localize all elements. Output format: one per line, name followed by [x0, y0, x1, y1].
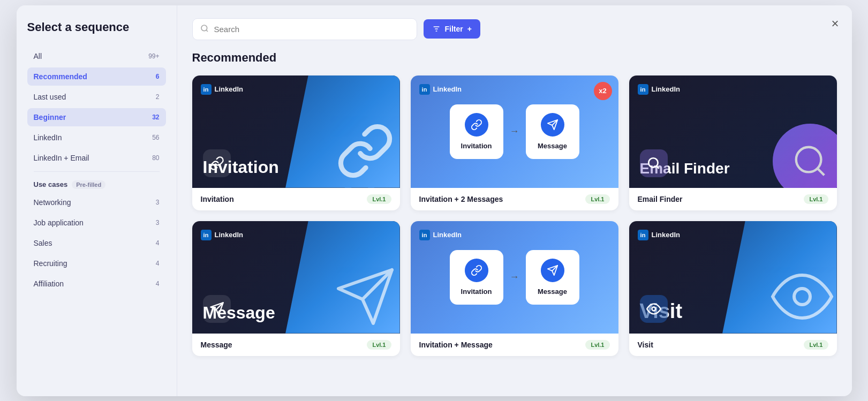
card-email-finder[interactable]: in LinkedIn Email Finder	[629, 75, 837, 210]
link-icon-2	[471, 264, 482, 276]
sidebar-item-all[interactable]: All 99+	[27, 47, 166, 65]
card-msg-linkedin: in LinkedIn	[201, 230, 243, 240]
sidebar-item-networking[interactable]: Networking 3	[27, 193, 166, 211]
card-invitation-2-messages[interactable]: in LinkedIn x2 I	[411, 75, 618, 210]
two-step-content: Invitation → Message	[450, 104, 579, 159]
card-ef-footer: Email Finder Lvl.1	[629, 188, 837, 210]
prefilled-badge: Pre-filled	[72, 180, 105, 189]
card-invitation-image: in LinkedIn Invitation	[192, 75, 400, 188]
card-msg-level: Lvl.1	[367, 340, 391, 350]
eye-big-icon	[770, 264, 834, 331]
modal-title: Select a sequence	[27, 20, 166, 34]
card-invmsg-level: Lvl.1	[585, 340, 609, 350]
card-visit-name: Visit	[638, 341, 653, 349]
search-icon	[200, 24, 209, 34]
eye-small-icon	[640, 295, 668, 323]
search-small-svg	[647, 156, 661, 170]
card-message-image: in LinkedIn Message	[192, 221, 400, 334]
linkedin-icon-5: in	[419, 230, 430, 240]
card-ef-name: Email Finder	[638, 195, 683, 203]
svg-point-7	[796, 147, 821, 172]
card-inv2msg-name: Invitation + 2 Messages	[419, 195, 503, 203]
card-msg-footer: Message Lvl.1	[192, 334, 400, 356]
sidebar-item-beginner[interactable]: Beginner 32	[27, 108, 166, 126]
filter-button[interactable]: Filter +	[424, 19, 480, 39]
search-small-icon	[640, 149, 668, 177]
card-inv2msg-footer: Invitation + 2 Messages Lvl.1	[411, 188, 618, 210]
card-invmsg-linkedin: in LinkedIn	[419, 230, 462, 240]
linkedin-icon-2: in	[419, 84, 430, 95]
svg-line-6	[656, 166, 659, 169]
sidebar-item-recruiting[interactable]: Recruiting 4	[27, 254, 166, 273]
step-box-invitation: Invitation	[450, 104, 503, 159]
search-big-svg	[791, 142, 829, 180]
search-input[interactable]	[214, 25, 409, 34]
card-visit-level: Lvl.1	[804, 340, 828, 350]
card-ef-linkedin: in LinkedIn	[638, 84, 680, 95]
chain-svg	[209, 156, 224, 171]
sidebar-item-job-application[interactable]: Job application 3	[27, 214, 166, 232]
step-box-msg-2: Message	[526, 250, 579, 305]
card-message[interactable]: in LinkedIn Message	[192, 221, 400, 356]
link-icon	[471, 119, 482, 131]
sidebar-item-recommended[interactable]: Recommended 6	[27, 67, 166, 86]
svg-point-10	[794, 289, 810, 305]
linkedin-icon-6: in	[638, 230, 648, 240]
card-invitation-message[interactable]: in LinkedIn Invitation	[411, 221, 618, 356]
linkedin-icon-4: in	[201, 230, 212, 240]
linkedin-icon-3: in	[638, 84, 648, 95]
chain-icon-small	[203, 149, 231, 177]
top-bar: Filter +	[192, 18, 837, 40]
message-icon-2	[547, 264, 558, 276]
step-msg-icon-2	[541, 259, 564, 282]
card-invitation[interactable]: in LinkedIn Invitation	[192, 75, 400, 210]
card-visit-linkedin: in LinkedIn	[638, 230, 680, 240]
card-visit[interactable]: in LinkedIn Visit	[629, 221, 837, 356]
message-small-icon	[203, 295, 231, 323]
sidebar-item-linkedin-email[interactable]: LinkedIn + Email 80	[27, 149, 166, 167]
arrow-between-2: →	[510, 271, 519, 283]
plane-big-svg	[333, 264, 397, 329]
card-invitation-footer: Invitation Lvl.1	[192, 188, 400, 210]
search-container	[192, 18, 417, 40]
svg-line-1	[206, 30, 208, 32]
message-big-plane	[333, 264, 397, 331]
svg-line-8	[817, 168, 824, 175]
card-ef-level: Lvl.1	[804, 194, 828, 204]
select-sequence-modal: × Select a sequence All 99+ Recommended …	[17, 5, 852, 396]
svg-point-0	[201, 25, 207, 31]
sidebar-divider	[34, 171, 160, 172]
card-invitation-2-messages-image: in LinkedIn x2 I	[411, 75, 618, 188]
message-icon	[547, 119, 558, 131]
step-inv-icon-2	[465, 259, 488, 282]
sidebar-item-last-used[interactable]: Last used 2	[27, 88, 166, 106]
close-button[interactable]: ×	[831, 16, 839, 31]
svg-point-9	[652, 307, 655, 311]
sidebar-item-affiliation[interactable]: Affiliation 4	[27, 275, 166, 293]
card-inv-msg-image: in LinkedIn Invitation	[411, 221, 618, 334]
search-big-circle	[773, 124, 837, 188]
card-inv2msg-linkedin: in LinkedIn	[419, 84, 462, 95]
sidebar-item-linkedin[interactable]: LinkedIn 56	[27, 128, 166, 147]
step-box-message: Message	[526, 104, 579, 159]
card-invitation-name: Invitation	[201, 195, 234, 203]
card-email-finder-image: in LinkedIn Email Finder	[629, 75, 837, 188]
use-cases-section-title: Use cases Pre-filled	[34, 180, 160, 189]
cards-grid: in LinkedIn Invitation	[192, 75, 837, 356]
chain-overlay-svg	[336, 122, 395, 180]
filter-icon	[432, 25, 441, 33]
section-title: Recommended	[192, 51, 837, 65]
sidebar-item-sales[interactable]: Sales 4	[27, 234, 166, 252]
message-small-svg	[209, 301, 224, 316]
card-invmsg-footer: Invitation + Message Lvl.1	[411, 334, 618, 356]
step-box-inv-2: Invitation	[450, 250, 503, 305]
card-linkedin-label: in LinkedIn	[201, 84, 243, 95]
svg-point-5	[648, 158, 658, 167]
eye-small-svg	[646, 301, 661, 316]
sidebar: Select a sequence All 99+ Recommended 6 …	[17, 5, 177, 396]
card-invitation-level: Lvl.1	[367, 194, 391, 204]
card-invmsg-name: Invitation + Message	[419, 341, 493, 349]
two-step-content-2: Invitation → Message	[450, 250, 579, 305]
step-message-icon	[541, 113, 564, 137]
x2-badge: x2	[594, 82, 612, 100]
